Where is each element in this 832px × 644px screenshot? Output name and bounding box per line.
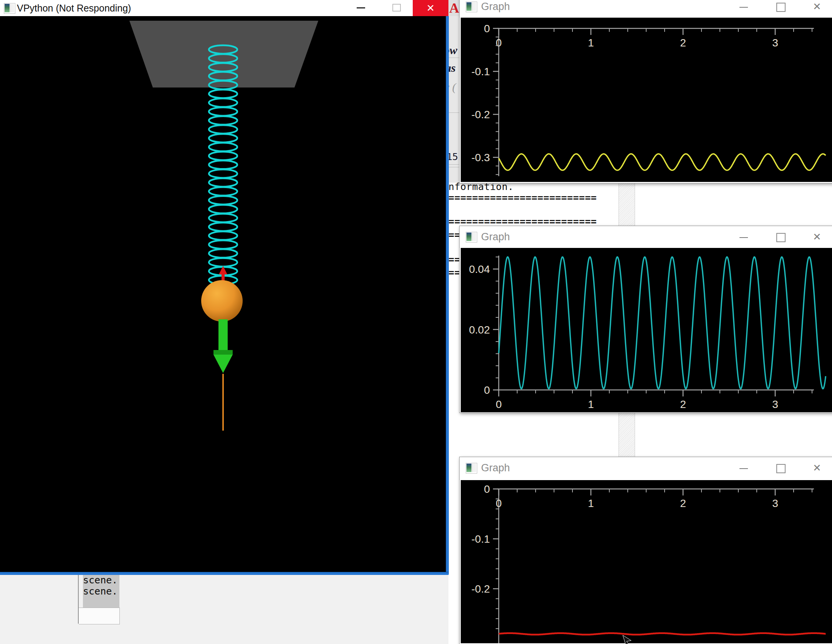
minimize-button[interactable] (736, 226, 751, 248)
svg-text:2: 2 (680, 37, 686, 49)
maximize-button[interactable] (773, 226, 789, 248)
divider (448, 164, 460, 165)
svg-text:0: 0 (484, 483, 490, 495)
ball-sphere (201, 280, 243, 322)
console-line-equals-1: ========================= (448, 192, 597, 203)
graph-window-icon (466, 232, 477, 243)
vpython-window[interactable]: VPython (Not Responding) ✕ (0, 0, 448, 575)
svg-text:1: 1 (588, 37, 594, 49)
vpython-titlebar[interactable]: VPython (Not Responding) ✕ (0, 0, 448, 16)
divider (448, 112, 460, 113)
graph-window-title: Graph (481, 226, 510, 248)
svg-text:-0.3: -0.3 (471, 152, 490, 163)
svg-text:1: 1 (588, 398, 594, 410)
svg-text:3: 3 (772, 37, 778, 49)
plot-area: 01230-0.1-0.2-0.3 (461, 18, 832, 182)
graph-window-1[interactable]: Graph ✕ 01230-0.1-0.2-0.3 (459, 0, 832, 183)
graph-window-title: Graph (481, 0, 510, 18)
svg-text:-0.2: -0.2 (471, 583, 490, 595)
vpython-window-icon (4, 3, 15, 14)
spring-helix (209, 45, 237, 284)
mouse-cursor (621, 635, 634, 644)
divider (448, 58, 460, 58)
vpython-3d-scene[interactable] (0, 16, 448, 572)
code-line: scene. (83, 586, 119, 597)
svg-text:0: 0 (484, 23, 490, 35)
svg-text:2: 2 (680, 398, 686, 410)
minimize-button[interactable] (736, 457, 751, 479)
plot-area: 01230-0.1-0.2 (461, 480, 832, 643)
close-button[interactable]: ✕ (413, 0, 448, 16)
divider (448, 167, 460, 167)
svg-text:-0.1: -0.1 (471, 533, 490, 545)
code-line: scene. (83, 575, 119, 586)
close-button[interactable]: ✕ (809, 457, 825, 479)
svg-text:0.02: 0.02 (469, 324, 490, 336)
vpython-window-title: VPython (Not Responding) (17, 0, 131, 16)
graph-window-titlebar[interactable]: Graph ✕ (460, 457, 832, 480)
graph-window-titlebar[interactable]: Graph ✕ (460, 0, 832, 18)
energy-time-chart: 01230-0.1-0.2 (461, 480, 831, 643)
svg-text:0: 0 (496, 398, 502, 410)
graph-window-titlebar[interactable]: Graph ✕ (460, 226, 832, 248)
svg-text:1: 1 (588, 497, 594, 509)
maximize-button[interactable] (773, 457, 789, 479)
stretch-time-chart: 01230.040.020 (461, 248, 831, 412)
scene-canvas (0, 16, 448, 572)
graph-window-3[interactable]: Graph ✕ 01230-0.1-0.2 (459, 457, 832, 644)
trail-line (222, 374, 224, 431)
graph-window-icon (466, 2, 477, 12)
svg-text:-0.2: -0.2 (471, 109, 490, 121)
graph-window-title: Graph (481, 457, 510, 479)
svg-text:-0.1: -0.1 (471, 66, 490, 78)
close-button[interactable]: ✕ (809, 0, 825, 18)
minimize-button[interactable] (350, 0, 372, 16)
svg-text:0: 0 (484, 384, 490, 396)
gravity-force-arrow (213, 319, 233, 373)
window-border (0, 572, 448, 575)
minimize-button[interactable] (736, 0, 751, 18)
graph-window-icon (466, 463, 477, 474)
editor-inset-box (79, 608, 120, 624)
svg-text:2: 2 (680, 497, 686, 509)
svg-text:0.04: 0.04 (469, 263, 490, 275)
console-equals-fragment: == (448, 267, 460, 278)
svg-text:0: 0 (496, 37, 502, 49)
svg-text:3: 3 (772, 398, 778, 410)
position-time-chart: 01230-0.1-0.2-0.3 (461, 18, 831, 182)
editor-selected-code[interactable]: scene. scene. (83, 574, 119, 608)
plot-area: 01230.040.020 (461, 248, 832, 412)
graph-window-2[interactable]: Graph ✕ 01230.040.020 (459, 226, 832, 413)
console-equals-fragment: == (448, 254, 460, 265)
maximize-button[interactable] (773, 0, 789, 18)
svg-text:3: 3 (772, 497, 778, 509)
editor-background (0, 575, 448, 644)
maximize-button[interactable] (386, 0, 407, 16)
window-border (446, 16, 449, 575)
close-button[interactable]: ✕ (809, 226, 825, 248)
console-equals-fragment: == (448, 230, 460, 241)
